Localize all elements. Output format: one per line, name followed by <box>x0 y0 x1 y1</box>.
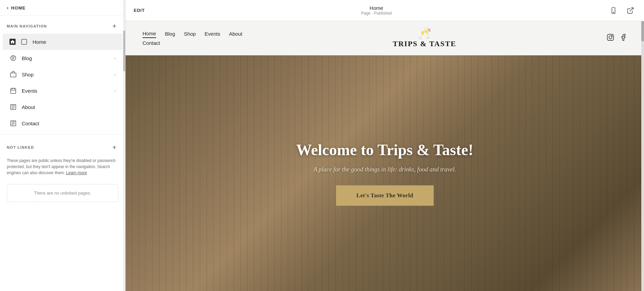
sidebar-scrollbar-track <box>123 0 125 291</box>
website-nav-row1: Home Blog Shop Events About <box>143 31 242 38</box>
hero-subtitle: A place for the good things in life: dri… <box>203 166 566 173</box>
home-active-indicator <box>10 39 16 45</box>
svg-line-8 <box>630 7 633 11</box>
instagram-icon[interactable] <box>607 34 614 43</box>
hero-content: Welcome to Trips & Taste! A place for th… <box>203 141 566 206</box>
sidebar-item-contact[interactable]: Contact <box>3 115 122 131</box>
edit-button[interactable]: EDIT <box>134 8 145 13</box>
blog-icon <box>10 54 17 62</box>
page-title: Home <box>361 5 392 11</box>
home-icon <box>20 38 28 46</box>
toolbar: EDIT Home Page · Published <box>126 0 644 21</box>
mobile-preview-button[interactable] <box>608 5 619 16</box>
add-not-linked-button[interactable]: + <box>110 143 118 151</box>
svg-point-7 <box>613 12 614 13</box>
sidebar-item-about[interactable]: About <box>3 99 122 115</box>
preview-scrollbar-thumb[interactable] <box>641 21 644 41</box>
events-arrow-icon: › <box>114 88 116 93</box>
no-unlinked-text: There are no unlinked pages. <box>34 190 91 196</box>
sidebar-item-shop-label: Shop <box>22 72 110 77</box>
external-link-button[interactable] <box>625 5 636 16</box>
preview-scrollbar-track <box>641 21 644 291</box>
not-linked-label: NOT LINKED <box>7 145 34 149</box>
website-frame: Home Blog Shop Events About Contact 🥂 TR… <box>126 21 644 291</box>
sidebar: ‹ HOME MAIN NAVIGATION + Home Blog › <box>0 0 126 291</box>
hero-section: Welcome to Trips & Taste! A place for th… <box>126 55 644 291</box>
nav-items-list: Home Blog › Shop › Events › <box>0 34 125 131</box>
sidebar-item-home[interactable]: Home <box>3 34 122 50</box>
sidebar-item-home-label: Home <box>33 39 116 45</box>
logo-glasses-icon: 🥂 <box>418 28 431 39</box>
website-nav-contact[interactable]: Contact <box>143 40 160 46</box>
website-nav-row2: Contact <box>143 40 242 46</box>
add-nav-item-button[interactable]: + <box>110 22 118 30</box>
not-linked-section-header: NOT LINKED + <box>0 137 125 155</box>
svg-rect-0 <box>22 39 27 44</box>
blog-arrow-icon: › <box>114 56 116 61</box>
sidebar-item-about-label: About <box>22 104 116 110</box>
toolbar-center: Home Page · Published <box>361 5 392 16</box>
hero-title: Welcome to Trips & Taste! <box>203 141 566 159</box>
svg-point-11 <box>612 35 612 36</box>
website-nav-home[interactable]: Home <box>143 31 156 38</box>
sidebar-item-blog[interactable]: Blog › <box>3 50 122 66</box>
svg-rect-9 <box>607 34 613 40</box>
sidebar-item-events-label: Events <box>22 88 110 94</box>
events-icon <box>10 87 17 94</box>
not-linked-section: These pages are public unless they're di… <box>0 155 125 181</box>
back-label: HOME <box>11 5 25 11</box>
sidebar-divider <box>0 134 125 134</box>
svg-rect-2 <box>11 73 16 77</box>
about-icon <box>10 103 17 111</box>
sidebar-item-events[interactable]: Events › <box>3 83 122 99</box>
hero-cta-button[interactable]: Let's Taste The World <box>336 185 434 206</box>
website-logo: 🥂 TRIPS & TASTE <box>393 28 456 48</box>
website-nav-events[interactable]: Events <box>205 31 220 38</box>
sidebar-item-contact-label: Contact <box>22 121 116 126</box>
page-status: Page · Published <box>361 11 392 16</box>
website-social <box>607 34 627 43</box>
not-linked-description: These pages are public unless they're di… <box>7 158 118 176</box>
svg-point-10 <box>609 36 612 39</box>
main-area: EDIT Home Page · Published Home Blog <box>126 0 644 291</box>
learn-more-link[interactable]: Learn more <box>66 170 87 175</box>
website-header: Home Blog Shop Events About Contact 🥂 TR… <box>126 21 644 55</box>
shop-arrow-icon: › <box>114 72 116 77</box>
sidebar-scrollbar-thumb[interactable] <box>123 31 125 71</box>
website-nav-shop[interactable]: Shop <box>184 31 196 38</box>
contact-icon <box>10 120 17 127</box>
toolbar-right <box>608 5 636 16</box>
chevron-left-icon: ‹ <box>7 5 9 11</box>
sidebar-item-shop[interactable]: Shop › <box>3 66 122 83</box>
unlinked-placeholder: There are no unlinked pages. <box>7 184 118 202</box>
back-button[interactable]: ‹ HOME <box>0 0 125 16</box>
facebook-icon[interactable] <box>620 34 627 43</box>
preview-area: Home Blog Shop Events About Contact 🥂 TR… <box>126 21 644 291</box>
logo-text: TRIPS & TASTE <box>393 39 456 48</box>
website-nav: Home Blog Shop Events About Contact <box>143 31 242 46</box>
main-nav-section-header: MAIN NAVIGATION + <box>0 16 125 34</box>
svg-rect-3 <box>11 88 16 93</box>
website-nav-about[interactable]: About <box>229 31 242 38</box>
sidebar-item-blog-label: Blog <box>22 55 110 61</box>
website-nav-blog[interactable]: Blog <box>165 31 175 38</box>
shop-icon <box>10 71 17 78</box>
main-nav-label: MAIN NAVIGATION <box>7 24 47 28</box>
